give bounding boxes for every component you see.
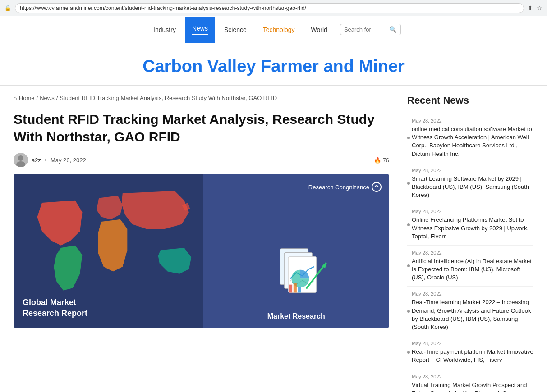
nav-item-science[interactable]: Science [217, 23, 254, 37]
news-item: May 28, 2022 online medical consultation… [407, 114, 533, 163]
main-nav: Industry News Science Technology World 🔍 [0, 16, 547, 43]
news-item: May 28, 2022 Artificial Intelligence (AI… [407, 246, 533, 287]
breadcrumb-current: Student RFID Tracking Market Analysis, R… [60, 95, 277, 101]
article-area: ⌂ Home / News / Student RFID Tracking Ma… [14, 95, 389, 392]
url-bar[interactable]: https://www.cvfarmerandminer.com/content… [15, 3, 524, 13]
sidebar: Recent News May 28, 2022 online medical … [407, 95, 533, 392]
nav-item-industry[interactable]: Industry [146, 23, 183, 37]
news-item: May 28, 2022 Virtual Training Market Gro… [407, 369, 533, 392]
breadcrumb-news[interactable]: News [40, 95, 55, 101]
browser-actions: ⬆ ☆ [528, 5, 542, 12]
news-title[interactable]: Smart Learning Software Market by 2029 |… [412, 175, 533, 200]
fire-icon: 🔥 [374, 157, 381, 164]
news-title[interactable]: Real-Time payment platform Market Innova… [412, 348, 533, 364]
news-item: May 28, 2022 Real-Time payment platform … [407, 336, 533, 369]
breadcrumb-home[interactable]: Home [19, 95, 35, 101]
fire-number: 76 [383, 157, 389, 164]
news-title[interactable]: Artificial Intelligence (AI) in Real est… [412, 257, 533, 282]
news-date: May 28, 2022 [412, 168, 533, 173]
recent-news-title: Recent News [407, 95, 533, 106]
author-dot: • [45, 156, 47, 164]
post-date: May 26, 2022 [51, 157, 86, 164]
news-date: May 28, 2022 [412, 341, 533, 346]
img-left-text: Global Market Research Report [23, 297, 87, 319]
nav-item-world[interactable]: World [304, 23, 335, 37]
author-name: a2z [32, 157, 41, 164]
rc-logo: Research Congnizance [308, 182, 382, 192]
news-item: May 28, 2022 Online Freelancing Platform… [407, 204, 533, 246]
article-title: Student RFID Tracking Market Analysis, R… [14, 110, 389, 146]
img-left: Global Market Research Report [14, 174, 203, 328]
article-image: Global Market Research Report Research C… [14, 174, 389, 328]
news-date: May 28, 2022 [412, 250, 533, 255]
fire-count: 🔥 76 [374, 157, 389, 164]
search-container: 🔍 [340, 24, 401, 35]
news-date: May 28, 2022 [412, 374, 533, 379]
nav-item-news[interactable]: News [185, 17, 215, 43]
main-layout: ⌂ Home / News / Student RFID Tracking Ma… [0, 86, 547, 392]
breadcrumb-sep1: / [37, 95, 38, 101]
svg-rect-8 [289, 285, 292, 293]
search-button[interactable]: 🔍 [389, 26, 397, 33]
news-title[interactable]: Real-Time learning Market 2022 – Increas… [412, 298, 533, 331]
svg-point-3 [372, 182, 381, 191]
news-title[interactable]: Online Freelancing Platforms Market Set … [412, 216, 533, 241]
breadcrumb: ⌂ Home / News / Student RFID Tracking Ma… [14, 95, 389, 101]
home-icon: ⌂ [14, 95, 17, 101]
author-info: a2z • May 26, 2022 [14, 153, 86, 167]
lock-icon: 🔒 [5, 5, 11, 11]
site-title: Carbon Valley Farmer and Miner [0, 43, 547, 85]
news-date: May 28, 2022 [412, 118, 533, 123]
avatar [14, 153, 28, 167]
news-item: May 28, 2022 Real-Time learning Market 2… [407, 287, 533, 336]
nav-item-technology[interactable]: Technology [256, 23, 302, 37]
news-date: May 28, 2022 [412, 209, 533, 214]
news-list: May 28, 2022 online medical consultation… [407, 114, 533, 392]
news-date: May 28, 2022 [412, 291, 533, 296]
author-row: a2z • May 26, 2022 🔥 76 [14, 153, 389, 167]
search-input[interactable] [344, 26, 389, 33]
bookmark-icon[interactable]: ☆ [537, 5, 542, 12]
img-right-text: Market Research [267, 312, 325, 320]
news-item: May 28, 2022 Smart Learning Software Mar… [407, 163, 533, 205]
news-title[interactable]: Virtual Training Market Growth Prospect … [412, 381, 533, 392]
svg-point-1 [18, 155, 23, 161]
breadcrumb-sep2: / [56, 95, 58, 101]
browser-bar: 🔒 https://www.cvfarmerandminer.com/conte… [0, 0, 547, 16]
news-title[interactable]: online medical consultation software Mar… [412, 125, 533, 158]
svg-rect-9 [294, 283, 297, 292]
svg-rect-10 [298, 287, 301, 292]
share-icon[interactable]: ⬆ [528, 5, 533, 12]
img-right: Research Congnizance [203, 174, 390, 328]
